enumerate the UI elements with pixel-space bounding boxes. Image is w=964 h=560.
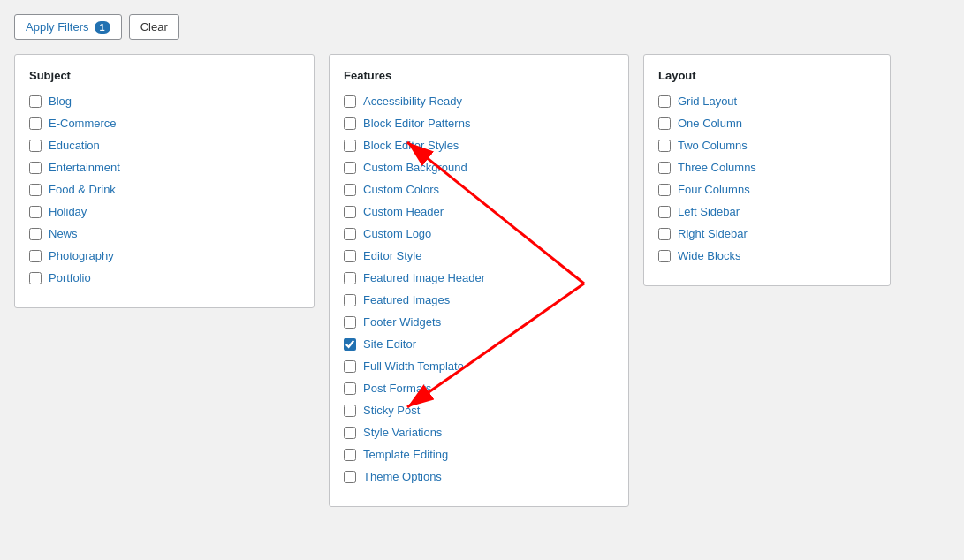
feature-checkbox-label[interactable]: Theme Options xyxy=(363,470,442,483)
subject-checkbox-label[interactable]: E-Commerce xyxy=(49,117,117,130)
feature-item: Featured Images xyxy=(344,293,614,306)
feature-checkbox-footer-widgets[interactable] xyxy=(344,316,356,329)
subject-checkbox-blog[interactable] xyxy=(29,95,42,108)
feature-checkbox-post-formats[interactable] xyxy=(344,382,356,395)
layout-checkbox-right-sidebar[interactable] xyxy=(658,228,671,240)
feature-checkbox-label[interactable]: Featured Image Header xyxy=(363,271,485,284)
subject-panel: Subject BlogE-CommerceEducationEntertain… xyxy=(14,54,315,308)
feature-item: Custom Background xyxy=(344,161,614,174)
layout-item: Two Columns xyxy=(658,139,876,152)
feature-checkbox-label[interactable]: Full Width Template xyxy=(363,359,464,373)
subject-item: Blog xyxy=(29,95,300,108)
feature-checkbox-template-editing[interactable] xyxy=(344,449,356,461)
layout-list: Grid LayoutOne ColumnTwo ColumnsThree Co… xyxy=(658,95,876,262)
feature-checkbox-site-editor[interactable] xyxy=(344,338,356,351)
subject-checkbox-label[interactable]: Food & Drink xyxy=(49,183,116,196)
feature-checkbox-label[interactable]: Accessibility Ready xyxy=(363,95,462,108)
feature-checkbox-editor-style[interactable] xyxy=(344,250,356,262)
layout-checkbox-label[interactable]: Two Columns xyxy=(678,139,748,152)
subject-checkbox-label[interactable]: Blog xyxy=(49,95,72,108)
subject-checkbox-label[interactable]: Photography xyxy=(49,249,114,262)
feature-checkbox-label[interactable]: Custom Background xyxy=(363,161,467,174)
feature-checkbox-label[interactable]: Sticky Post xyxy=(363,404,420,417)
feature-checkbox-label[interactable]: Featured Images xyxy=(363,293,450,306)
subject-checkbox-label[interactable]: Portfolio xyxy=(49,271,91,284)
feature-item: Block Editor Styles xyxy=(344,139,614,152)
feature-checkbox-custom-logo[interactable] xyxy=(344,228,356,240)
layout-checkbox-wide-blocks[interactable] xyxy=(658,250,671,262)
subject-checkbox-e-commerce[interactable] xyxy=(29,117,42,130)
layout-checkbox-label[interactable]: Four Columns xyxy=(678,183,750,196)
features-panel: Features Accessibility ReadyBlock Editor… xyxy=(329,54,629,507)
features-panel-title: Features xyxy=(344,69,614,82)
layout-checkbox-left-sidebar[interactable] xyxy=(658,206,671,218)
feature-checkbox-accessibility-ready[interactable] xyxy=(344,95,356,108)
feature-item: Footer Widgets xyxy=(344,315,614,329)
filter-count-badge: 1 xyxy=(95,21,110,34)
subject-checkbox-portfolio[interactable] xyxy=(29,272,42,284)
filters-wrapper: Subject BlogE-CommerceEducationEntertain… xyxy=(14,54,950,507)
feature-checkbox-custom-background[interactable] xyxy=(344,162,356,174)
subject-checkbox-holiday[interactable] xyxy=(29,206,42,218)
subject-list: BlogE-CommerceEducationEntertainmentFood… xyxy=(29,95,300,284)
feature-checkbox-label[interactable]: Block Editor Styles xyxy=(363,139,459,152)
layout-item: Four Columns xyxy=(658,183,876,196)
subject-item: Photography xyxy=(29,249,300,262)
feature-checkbox-label[interactable]: Editor Style xyxy=(363,249,421,262)
feature-checkbox-block-editor-patterns[interactable] xyxy=(344,117,356,130)
feature-checkbox-label[interactable]: Template Editing xyxy=(363,448,448,461)
layout-item: One Column xyxy=(658,117,876,130)
feature-checkbox-label[interactable]: Custom Logo xyxy=(363,227,431,240)
layout-item: Wide Blocks xyxy=(658,249,876,262)
feature-checkbox-custom-colors[interactable] xyxy=(344,184,356,196)
subject-checkbox-entertainment[interactable] xyxy=(29,162,42,174)
layout-item: Right Sidebar xyxy=(658,227,876,240)
filters-container: Subject BlogE-CommerceEducationEntertain… xyxy=(14,54,950,507)
layout-checkbox-four-columns[interactable] xyxy=(658,184,671,196)
feature-checkbox-label[interactable]: Custom Header xyxy=(363,205,444,218)
subject-item: Entertainment xyxy=(29,161,300,174)
layout-checkbox-two-columns[interactable] xyxy=(658,140,671,152)
layout-checkbox-one-column[interactable] xyxy=(658,117,671,130)
feature-checkbox-label[interactable]: Post Formats xyxy=(363,382,431,395)
layout-checkbox-three-columns[interactable] xyxy=(658,162,671,174)
subject-checkbox-photography[interactable] xyxy=(29,250,42,262)
layout-checkbox-label[interactable]: Right Sidebar xyxy=(678,227,748,240)
feature-checkbox-label[interactable]: Site Editor xyxy=(363,337,416,351)
subject-checkbox-label[interactable]: News xyxy=(49,227,78,240)
subject-item: E-Commerce xyxy=(29,117,300,130)
feature-checkbox-featured-image-header[interactable] xyxy=(344,272,356,284)
feature-checkbox-label[interactable]: Block Editor Patterns xyxy=(363,117,470,130)
feature-checkbox-style-variations[interactable] xyxy=(344,427,356,439)
layout-checkbox-grid-layout[interactable] xyxy=(658,95,671,108)
feature-checkbox-label[interactable]: Custom Colors xyxy=(363,183,439,196)
subject-item: Portfolio xyxy=(29,271,300,284)
feature-checkbox-block-editor-styles[interactable] xyxy=(344,140,356,152)
layout-checkbox-label[interactable]: Wide Blocks xyxy=(678,249,741,262)
feature-checkbox-theme-options[interactable] xyxy=(344,471,356,483)
subject-checkbox-news[interactable] xyxy=(29,228,42,240)
subject-item: Holiday xyxy=(29,205,300,218)
feature-checkbox-sticky-post[interactable] xyxy=(344,405,356,417)
feature-checkbox-featured-images[interactable] xyxy=(344,294,356,306)
layout-panel: Layout Grid LayoutOne ColumnTwo ColumnsT… xyxy=(643,54,891,286)
subject-checkbox-food-&-drink[interactable] xyxy=(29,184,42,196)
subject-checkbox-label[interactable]: Holiday xyxy=(49,205,87,218)
clear-button[interactable]: Clear xyxy=(129,14,179,40)
feature-checkbox-label[interactable]: Footer Widgets xyxy=(363,315,441,329)
feature-checkbox-custom-header[interactable] xyxy=(344,206,356,218)
apply-filters-button[interactable]: Apply Filters 1 xyxy=(14,14,122,40)
feature-checkbox-label[interactable]: Style Variations xyxy=(363,426,442,439)
feature-checkbox-full-width-template[interactable] xyxy=(344,360,356,373)
layout-checkbox-label[interactable]: Three Columns xyxy=(678,161,756,174)
subject-checkbox-label[interactable]: Entertainment xyxy=(49,161,120,174)
feature-item: Template Editing xyxy=(344,448,614,461)
layout-checkbox-label[interactable]: Left Sidebar xyxy=(678,205,740,218)
subject-item: Education xyxy=(29,139,300,152)
feature-item: Editor Style xyxy=(344,249,614,262)
layout-checkbox-label[interactable]: Grid Layout xyxy=(678,95,737,108)
subject-checkbox-education[interactable] xyxy=(29,140,42,152)
subject-item: Food & Drink xyxy=(29,183,300,196)
subject-checkbox-label[interactable]: Education xyxy=(49,139,100,152)
layout-checkbox-label[interactable]: One Column xyxy=(678,117,742,130)
